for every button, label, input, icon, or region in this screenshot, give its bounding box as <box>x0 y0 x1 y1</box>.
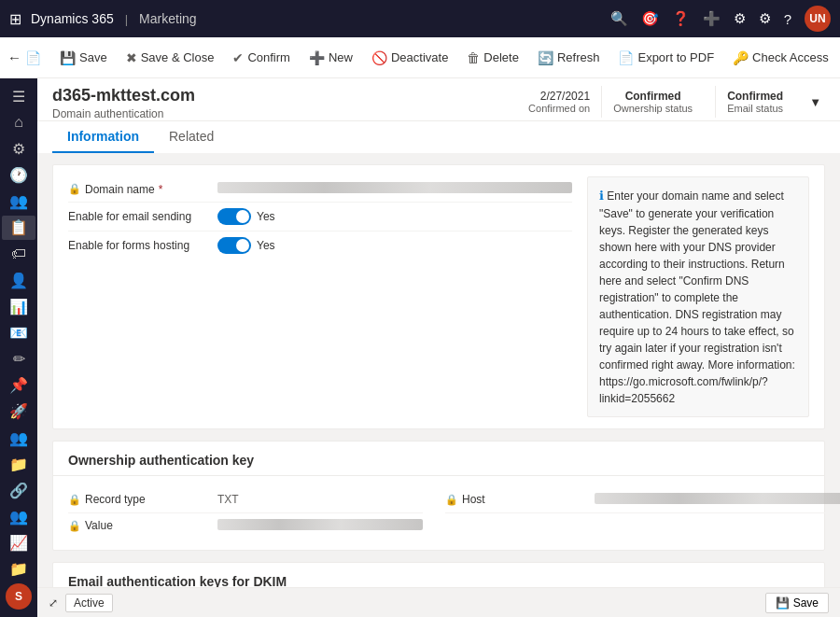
sidebar-icon-chart[interactable]: 📈 <box>2 531 35 555</box>
settings-icon[interactable]: ⚙ <box>759 10 771 27</box>
email-status-badge: Confirmed Email status <box>715 86 794 118</box>
tabs: Information Related <box>37 121 840 153</box>
save-close-icon: ✖ <box>126 50 137 65</box>
new-button[interactable]: ➕ New <box>301 45 360 71</box>
ownership-value-label: 🔒 Value <box>68 519 217 532</box>
sidebar-icon-folder[interactable]: 📁 <box>2 452 35 476</box>
save-close-button[interactable]: ✖ Save & Close <box>119 45 222 71</box>
top-navigation: ⊞ Dynamics 365 | Marketing 🔍 🎯 ❓ ➕ ⚙ ⚙ ?… <box>0 0 840 37</box>
sidebar-icon-records[interactable]: 📋 <box>2 216 35 240</box>
sidebar-icon-email[interactable]: 📧 <box>2 320 35 344</box>
back-icon[interactable]: ← <box>7 49 21 65</box>
check-access-icon: 🔑 <box>733 50 749 65</box>
required-star: * <box>159 183 163 196</box>
question-icon[interactable]: ? <box>784 11 791 27</box>
refresh-button[interactable]: 🔄 Refresh <box>530 45 608 71</box>
expand-button[interactable]: ▼ <box>805 91 825 113</box>
deactivate-icon: 🚫 <box>371 50 387 65</box>
ownership-value-value <box>217 519 423 533</box>
grid-icon[interactable]: ⊞ <box>9 10 21 28</box>
lock-icon-ownership-h: 🔒 <box>445 494 458 506</box>
sidebar-icon-rocket[interactable]: 🚀 <box>2 400 35 424</box>
enable-email-toggle[interactable]: Yes <box>217 208 572 225</box>
save-icon-bottom: 💾 <box>776 596 790 610</box>
record-header-right: 2/27/2021 Confirmed on Confirmed Ownersh… <box>528 86 825 118</box>
expand-icon[interactable]: ⤢ <box>49 596 58 610</box>
delete-icon: 🗑 <box>467 50 480 65</box>
sidebar-icon-contacts[interactable]: 👥 <box>2 189 35 214</box>
sidebar-bottom: S <box>6 583 32 617</box>
search-icon[interactable]: 🔍 <box>610 10 628 27</box>
sidebar-icon-team[interactable]: 👥 <box>2 426 35 450</box>
enable-email-row: Enable for email sending Yes <box>68 203 572 231</box>
toggle-switch-forms[interactable] <box>217 237 251 254</box>
sidebar-icon-settings[interactable]: ⚙ <box>2 136 35 161</box>
domain-name-label: 🔒 Domain name * <box>68 183 217 196</box>
sidebar: ☰ ⌂ ⚙ 🕐 👥 📋 🏷 👤 📊 📧 ✏ 📌 🚀 👥 📁 🔗 👥 📈 📁 S <box>0 78 37 617</box>
sidebar-icon-analytics[interactable]: 📊 <box>2 294 35 318</box>
ownership-record-type-row: 🔒 Record type TXT <box>68 487 423 513</box>
save-button[interactable]: 💾 Save <box>52 45 115 71</box>
record-title: d365-mkttest.com <box>52 86 195 105</box>
bottom-left: ⤢ Active <box>49 594 113 612</box>
help-icon[interactable]: ❓ <box>672 10 690 27</box>
record-subtitle: Domain authentication <box>52 107 195 120</box>
domain-section: 🔒 Domain name * <box>52 164 825 429</box>
sidebar-icon-group[interactable]: 👥 <box>2 505 35 529</box>
toggle-switch-email[interactable] <box>217 208 251 225</box>
confirm-button[interactable]: ✔ Confirm <box>225 45 298 71</box>
sidebar-icon-files[interactable]: 📁 <box>2 557 35 582</box>
sidebar-icon-hamburger[interactable]: ☰ <box>2 84 35 108</box>
main-content: d365-mkttest.com Domain authentication 2… <box>37 78 840 617</box>
refresh-icon: 🔄 <box>538 50 553 65</box>
ownership-record-type-label: 🔒 Record type <box>68 493 217 506</box>
enable-forms-toggle[interactable]: Yes <box>217 237 572 254</box>
sidebar-icon-home[interactable]: ⌂ <box>2 110 35 134</box>
ownership-host-blurred <box>595 493 840 504</box>
content-area: 🔒 Domain name * <box>37 153 840 587</box>
page-icon[interactable]: 📄 <box>25 50 41 65</box>
sidebar-icon-recent[interactable]: 🕐 <box>2 162 35 187</box>
dkim-section: Email authentication keys for DKIM 🔒 Rec… <box>52 562 825 588</box>
user-avatar[interactable]: UN <box>805 6 831 32</box>
enable-email-value: Yes <box>217 208 572 225</box>
deactivate-button[interactable]: 🚫 Deactivate <box>364 45 455 71</box>
lock-icon-ownership-rt: 🔒 <box>68 494 81 506</box>
delete-button[interactable]: 🗑 Delete <box>459 45 526 71</box>
add-icon[interactable]: ➕ <box>703 10 721 27</box>
save-icon: 💾 <box>60 50 76 65</box>
filter-icon[interactable]: ⚙ <box>734 10 746 27</box>
top-nav-icons: 🔍 🎯 ❓ ➕ ⚙ ⚙ ? UN <box>610 6 831 32</box>
enable-forms-value: Yes <box>217 237 572 254</box>
sidebar-icon-link[interactable]: 🔗 <box>2 478 35 502</box>
tab-related[interactable]: Related <box>154 121 229 153</box>
confirmed-date: 2/27/2021 Confirmed on <box>528 90 590 114</box>
command-bar: ← 📄 💾 Save ✖ Save & Close ✔ Confirm ➕ Ne… <box>0 37 840 78</box>
domain-info-text: ℹ Enter your domain name and select "Sav… <box>587 176 809 417</box>
export-button[interactable]: 📄 Export to PDF <box>610 45 721 71</box>
confirm-icon: ✔ <box>232 50 244 65</box>
app-title: Dynamics 365 <box>31 11 114 26</box>
main-layout: ☰ ⌂ ⚙ 🕐 👥 📋 🏷 👤 📊 📧 ✏ 📌 🚀 👥 📁 🔗 👥 📈 📁 S … <box>0 78 840 617</box>
domain-left: 🔒 Domain name * <box>68 176 572 417</box>
sidebar-icon-edit[interactable]: ✏ <box>2 347 35 372</box>
check-access-button[interactable]: 🔑 Check Access <box>725 45 836 71</box>
lock-icon: 🔒 <box>68 183 81 195</box>
enable-email-label: Enable for email sending <box>68 210 217 223</box>
bottom-save-button[interactable]: 💾 Save <box>765 593 829 613</box>
sidebar-icon-person[interactable]: 👤 <box>2 268 35 292</box>
ownership-record-type-value: TXT <box>217 493 423 506</box>
ownership-value-row: 🔒 Value <box>68 513 423 539</box>
record-header-left: d365-mkttest.com Domain authentication <box>52 86 195 120</box>
ownership-host-value <box>595 493 840 507</box>
tab-information[interactable]: Information <box>52 121 154 153</box>
domain-name-blurred <box>217 182 572 193</box>
sidebar-icon-pin[interactable]: 📌 <box>2 373 35 398</box>
target-icon[interactable]: 🎯 <box>641 10 659 27</box>
module-title: Marketing <box>139 11 196 26</box>
record-header: d365-mkttest.com Domain authentication 2… <box>37 78 840 121</box>
new-icon: ➕ <box>309 50 325 65</box>
sidebar-icon-tags[interactable]: 🏷 <box>2 242 35 266</box>
enable-forms-row: Enable for forms hosting Yes <box>68 231 572 259</box>
sidebar-icon-user-s[interactable]: S <box>6 583 32 610</box>
